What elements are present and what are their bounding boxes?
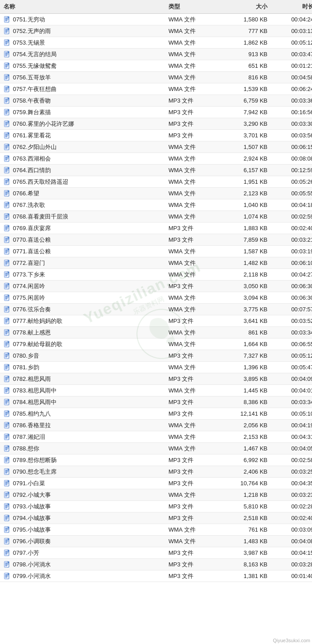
cell-size: 861 KB (226, 329, 271, 336)
table-row[interactable]: 0772.喜迎门 WMA 文件 1,482 KB 00:06:10 (0, 257, 312, 269)
file-icon (4, 561, 11, 568)
table-row[interactable]: 0794.小城故事 MP3 文件 2,518 KB 00:02:40 (0, 512, 312, 524)
table-row[interactable]: 0757.午夜狂想曲 WMA 文件 1,539 KB 00:06:24 (0, 83, 312, 95)
table-row[interactable]: 0765.西天取经路遥迢 WMA 文件 1,951 KB 00:05:26 (0, 176, 312, 188)
table-row[interactable]: 0758.午夜香吻 MP3 文件 6,759 KB 00:03:36 (0, 95, 312, 107)
table-row[interactable]: 0776.弦乐合奏 WMA 文件 3,775 KB 00:07:57 (0, 304, 312, 315)
table-row[interactable]: 0766.希望 WMA 文件 2,123 KB 00:05:55 (0, 188, 312, 199)
table-row[interactable]: 0786.香格里拉 WMA 文件 2,056 KB 00:04:19 (0, 420, 312, 431)
svg-rect-54 (5, 111, 8, 112)
table-row[interactable]: 0779.献給母親的歌 WMA 文件 1,664 KB 00:06:55 (0, 339, 312, 350)
cell-name: 0793.小城故事 (4, 503, 168, 511)
table-row[interactable]: 0798.小河淌水 MP3 文件 8,163 KB 00:03:28 (0, 559, 312, 570)
table-row[interactable]: 0787.湘妃泪 WMA 文件 2,153 KB 00:04:31 (0, 431, 312, 443)
file-icon (4, 573, 11, 580)
cell-name: 0791.小白菜 (4, 479, 168, 487)
svg-rect-175 (5, 345, 8, 345)
cell-duration: 00:12:59 (271, 167, 312, 173)
table-row[interactable]: 0793.小城故事 MP3 文件 5,810 KB 00:02:28 (0, 501, 312, 512)
file-icon (4, 364, 11, 371)
file-icon (4, 318, 11, 325)
table-row[interactable]: 0795.小城故事 WMA 文件 761 KB 00:03:09 (0, 524, 312, 536)
cell-size: 1,862 KB (226, 39, 271, 46)
cell-size: 6,759 KB (226, 97, 271, 104)
table-row[interactable]: 0774.闲居吟 MP3 文件 3,050 KB 00:06:30 (0, 281, 312, 292)
table-row[interactable]: 0773.下乡来 WMA 文件 2,118 KB 00:04:27 (0, 269, 312, 281)
table-row[interactable]: 0756.五哥放羊 WMA 文件 816 KB 00:04:58 (0, 72, 312, 83)
table-header: 名称 类型 大小 时长 (0, 0, 312, 14)
table-row[interactable]: 0796.小调联奏 WMA 文件 1,483 KB 00:04:08 (0, 536, 312, 547)
table-row[interactable]: 0755.无缘做鸳鸯 WMA 文件 651 KB 00:01:21 (0, 60, 312, 72)
file-title: 0760.雾里的小花许艺娜 (13, 120, 74, 128)
table-row[interactable]: 0769.喜庆宴席 MP3 文件 1,883 KB 00:02:40 (0, 223, 312, 234)
cell-duration: 00:04:35 (271, 480, 312, 487)
svg-rect-264 (5, 517, 8, 518)
file-title: 0789.想你想断肠 (13, 456, 57, 464)
cell-duration: 00:04:08 (271, 538, 312, 545)
table-row[interactable]: 0788.想你 WMA 文件 1,467 KB 00:04:05 (0, 443, 312, 454)
file-title: 0784.相思风雨中 (13, 398, 57, 406)
table-row[interactable]: 0797.小芳 MP3 文件 3,987 KB 00:04:15 (0, 547, 312, 559)
cell-duration: 00:04:31 (271, 433, 312, 440)
file-icon (4, 422, 11, 429)
svg-rect-90 (5, 181, 8, 182)
cell-duration: 00:03:36 (271, 97, 312, 104)
cell-duration: 00:03:34 (271, 399, 312, 405)
cell-duration: 00:04:18 (271, 202, 312, 208)
cell-type: WMA 文件 (168, 387, 226, 395)
table-row[interactable]: 0752.无声的雨 WMA 文件 777 KB 00:03:13 (0, 25, 312, 37)
table-row[interactable]: 0790.想念毛主席 MP3 文件 2,406 KB 00:03:25 (0, 466, 312, 478)
cell-size: 3,775 KB (226, 306, 271, 313)
table-row[interactable]: 0780.乡音 MP3 文件 7,327 KB 00:05:12 (0, 350, 312, 362)
table-row[interactable]: 0785.相约九八 MP3 文件 12,141 KB 00:05:10 (0, 408, 312, 420)
table-row[interactable]: 0775.闲居吟 WMA 文件 3,094 KB 00:06:30 (0, 292, 312, 304)
table-row[interactable]: 0783.相思风雨中 WMA 文件 1,445 KB 00:04:01 (0, 385, 312, 396)
cell-duration: 00:03:13 (271, 28, 312, 34)
svg-rect-163 (5, 322, 8, 322)
file-icon (4, 283, 11, 290)
table-row[interactable]: 0763.西湖相会 WMA 文件 2,924 KB 00:08:08 (0, 153, 312, 165)
table-row[interactable]: 0784.相思风雨中 MP3 文件 8,386 KB 00:03:34 (0, 396, 312, 408)
cell-size: 10,764 KB (226, 480, 271, 487)
table-row[interactable]: 0760.雾里的小花许艺娜 MP3 文件 3,290 KB 00:03:30 (0, 118, 312, 130)
cell-size: 1,074 KB (226, 213, 271, 220)
table-row[interactable]: 0777.献给妈妈的歌 MP3 文件 3,641 KB 00:03:52 (0, 315, 312, 327)
cell-size: 1,951 KB (226, 178, 271, 185)
file-icon (4, 16, 11, 23)
table-row[interactable]: 0753.无锡景 WMA 文件 1,862 KB 00:05:12 (0, 37, 312, 49)
cell-duration: 00:05:47 (271, 364, 312, 371)
table-row[interactable]: 0764.西口情韵 WMA 文件 6,157 KB 00:12:59 (0, 165, 312, 176)
table-row[interactable]: 0751.无穷动 WMA 文件 1,580 KB 00:04:24 (0, 14, 312, 25)
table-row[interactable]: 0791.小白菜 MP3 文件 10,764 KB 00:04:35 (0, 478, 312, 489)
table-row[interactable]: 0778.献上感恩 WMA 文件 861 KB 00:03:34 (0, 327, 312, 339)
table-row[interactable]: 0789.想你想断肠 MP3 文件 6,992 KB 00:02:58 (0, 454, 312, 466)
svg-rect-102 (5, 204, 8, 205)
cell-type: MP3 文件 (168, 549, 226, 557)
svg-rect-139 (5, 275, 8, 276)
table-row[interactable]: 0771.喜送公粮 WMA 文件 1,587 KB 00:03:19 (0, 246, 312, 257)
file-icon (4, 329, 11, 336)
cell-size: 1,507 KB (226, 144, 271, 150)
cell-type: WMA 文件 (168, 271, 226, 279)
table-row[interactable]: 0767.洗衣歌 WMA 文件 1,040 KB 00:04:18 (0, 199, 312, 211)
cell-size: 1,539 KB (226, 86, 271, 92)
cell-type: MP3 文件 (168, 282, 226, 290)
table-row[interactable]: 0799.小河淌水 MP3 文件 1,381 KB 00:01:40 (0, 570, 312, 582)
cell-duration: 00:06:30 (271, 283, 312, 289)
table-row[interactable]: 0770.喜送公粮 MP3 文件 7,859 KB 00:03:21 (0, 234, 312, 246)
file-title: 0779.献給母親的歌 (13, 340, 62, 348)
table-row[interactable]: 0762.夕阳山外山 WMA 文件 1,507 KB 00:06:15 (0, 141, 312, 153)
svg-rect-151 (5, 298, 8, 299)
file-title: 0786.香格里拉 (13, 421, 51, 429)
table-row[interactable]: 0761.雾里看花 MP3 文件 3,701 KB 00:03:56 (0, 130, 312, 141)
table-row[interactable]: 0792.小城大事 WMA 文件 1,218 KB 00:03:23 (0, 489, 312, 501)
cell-name: 0766.希望 (4, 190, 168, 198)
table-row[interactable]: 0781.乡韵 WMA 文件 1,396 KB 00:05:47 (0, 362, 312, 373)
table-row[interactable]: 0768.喜看麦田千层浪 WMA 文件 1,074 KB 00:02:59 (0, 211, 312, 223)
table-row[interactable]: 0782.相思风雨 MP3 文件 3,895 KB 00:04:09 (0, 373, 312, 385)
table-row[interactable]: 0754.无言的结局 WMA 文件 913 KB 00:03:47 (0, 49, 312, 60)
svg-rect-145 (5, 287, 8, 287)
header-size: 大小 (226, 3, 271, 11)
table-row[interactable]: 0759.舞台素描 MP3 文件 7,942 KB 00:16:56 (0, 107, 312, 118)
svg-rect-115 (5, 229, 8, 229)
